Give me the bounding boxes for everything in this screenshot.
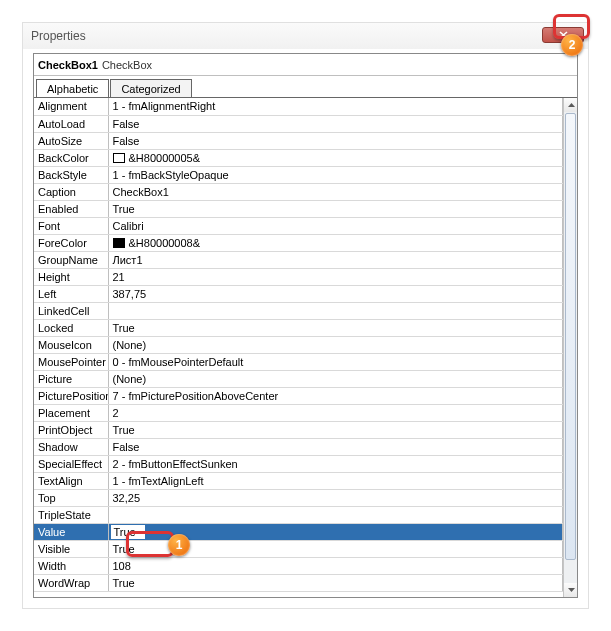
property-row[interactable]: BackColor&H80000005&: [34, 149, 563, 166]
property-row[interactable]: ForeColor&H80000008&: [34, 234, 563, 251]
property-row[interactable]: MouseIcon(None): [34, 336, 563, 353]
property-name-cell[interactable]: BackStyle: [34, 166, 108, 183]
property-value-cell[interactable]: 1 - fmBackStyleOpaque: [108, 166, 563, 183]
property-row[interactable]: FontCalibri: [34, 217, 563, 234]
property-value-cell[interactable]: 21: [108, 268, 563, 285]
property-row[interactable]: MousePointer0 - fmMousePointerDefault: [34, 353, 563, 370]
property-row[interactable]: SpecialEffect2 - fmButtonEffectSunken: [34, 455, 563, 472]
property-row[interactable]: Height21: [34, 268, 563, 285]
scroll-up-button[interactable]: [564, 98, 577, 112]
tab-alphabetic[interactable]: Alphabetic: [36, 79, 109, 98]
property-row[interactable]: WordWrapTrue: [34, 574, 563, 591]
property-row[interactable]: AutoSizeFalse: [34, 132, 563, 149]
property-value-cell[interactable]: True: [108, 574, 563, 591]
property-value-cell[interactable]: (None): [108, 336, 563, 353]
property-value-cell[interactable]: [108, 506, 563, 523]
close-button[interactable]: [542, 27, 584, 43]
property-value-cell[interactable]: Calibri: [108, 217, 563, 234]
property-value-cell[interactable]: Лист1: [108, 251, 563, 268]
property-value-cell[interactable]: CheckBox1: [108, 183, 563, 200]
property-row[interactable]: CaptionCheckBox1: [34, 183, 563, 200]
property-row[interactable]: Alignment1 - fmAlignmentRight: [34, 98, 563, 115]
property-row[interactable]: TripleState: [34, 506, 563, 523]
property-value-cell[interactable]: True: [108, 421, 563, 438]
titlebar[interactable]: Properties: [23, 23, 588, 49]
scroll-thumb[interactable]: [565, 113, 576, 560]
property-name-cell[interactable]: Font: [34, 217, 108, 234]
property-value-cell[interactable]: True: [108, 200, 563, 217]
property-name-cell[interactable]: Height: [34, 268, 108, 285]
scroll-down-button[interactable]: [564, 583, 577, 597]
property-name-cell[interactable]: GroupName: [34, 251, 108, 268]
property-row[interactable]: BackStyle1 - fmBackStyleOpaque: [34, 166, 563, 183]
property-row[interactable]: Left387,75: [34, 285, 563, 302]
property-name-cell[interactable]: ForeColor: [34, 234, 108, 251]
property-name-cell[interactable]: WordWrap: [34, 574, 108, 591]
property-row[interactable]: PrintObjectTrue: [34, 421, 563, 438]
property-row[interactable]: LinkedCell: [34, 302, 563, 319]
vertical-scrollbar[interactable]: [563, 98, 577, 597]
property-name-cell[interactable]: LinkedCell: [34, 302, 108, 319]
property-value-text: (None): [113, 373, 147, 385]
property-value-cell[interactable]: (None): [108, 370, 563, 387]
property-value-cell[interactable]: True: [108, 319, 563, 336]
property-row[interactable]: Placement2: [34, 404, 563, 421]
property-name-cell[interactable]: Alignment: [34, 98, 108, 115]
property-name-cell[interactable]: AutoLoad: [34, 115, 108, 132]
property-value-text: True: [113, 203, 135, 215]
property-value-cell[interactable]: 108: [108, 557, 563, 574]
property-name-cell[interactable]: SpecialEffect: [34, 455, 108, 472]
property-row[interactable]: ValueTrue: [34, 523, 563, 540]
property-value-cell[interactable]: True: [108, 540, 563, 557]
property-name-cell[interactable]: Width: [34, 557, 108, 574]
tab-categorized[interactable]: Categorized: [110, 79, 191, 98]
property-row[interactable]: TextAlign1 - fmTextAlignLeft: [34, 472, 563, 489]
property-name-cell[interactable]: MouseIcon: [34, 336, 108, 353]
property-name-cell[interactable]: Enabled: [34, 200, 108, 217]
property-value-cell[interactable]: False: [108, 115, 563, 132]
property-value-cell[interactable]: 387,75: [108, 285, 563, 302]
property-row[interactable]: AutoLoadFalse: [34, 115, 563, 132]
property-value-cell[interactable]: 32,25: [108, 489, 563, 506]
property-value-cell[interactable]: [108, 302, 563, 319]
property-value-cell[interactable]: 2 - fmButtonEffectSunken: [108, 455, 563, 472]
object-selector[interactable]: CheckBox1 CheckBox: [34, 54, 577, 76]
property-name-cell[interactable]: Caption: [34, 183, 108, 200]
property-value-cell[interactable]: &H80000008&: [108, 234, 563, 251]
property-name-cell[interactable]: MousePointer: [34, 353, 108, 370]
property-name-cell[interactable]: TextAlign: [34, 472, 108, 489]
property-value-cell[interactable]: 1 - fmTextAlignLeft: [108, 472, 563, 489]
property-row[interactable]: Top32,25: [34, 489, 563, 506]
property-name-cell[interactable]: Visible: [34, 540, 108, 557]
property-name-cell[interactable]: PrintObject: [34, 421, 108, 438]
property-name-cell[interactable]: Placement: [34, 404, 108, 421]
property-name-cell[interactable]: Locked: [34, 319, 108, 336]
close-icon: [559, 31, 568, 39]
property-value-cell[interactable]: &H80000005&: [108, 149, 563, 166]
property-value-cell[interactable]: False: [108, 132, 563, 149]
property-name-cell[interactable]: PicturePosition: [34, 387, 108, 404]
property-name-cell[interactable]: Shadow: [34, 438, 108, 455]
property-name-cell[interactable]: Value: [34, 523, 108, 540]
property-value-cell[interactable]: 2: [108, 404, 563, 421]
property-row[interactable]: ShadowFalse: [34, 438, 563, 455]
property-row[interactable]: VisibleTrue: [34, 540, 563, 557]
property-name-cell[interactable]: Top: [34, 489, 108, 506]
property-value-cell[interactable]: 7 - fmPicturePositionAboveCenter: [108, 387, 563, 404]
property-name-cell[interactable]: Picture: [34, 370, 108, 387]
property-name-cell[interactable]: BackColor: [34, 149, 108, 166]
property-name-cell[interactable]: Left: [34, 285, 108, 302]
property-row[interactable]: Picture(None): [34, 370, 563, 387]
property-row[interactable]: EnabledTrue: [34, 200, 563, 217]
property-value-cell[interactable]: 1 - fmAlignmentRight: [108, 98, 563, 115]
property-value-cell[interactable]: False: [108, 438, 563, 455]
property-row[interactable]: Width108: [34, 557, 563, 574]
property-row[interactable]: GroupNameЛист1: [34, 251, 563, 268]
property-value-cell[interactable]: 0 - fmMousePointerDefault: [108, 353, 563, 370]
property-value-cell[interactable]: True: [108, 523, 563, 540]
property-row[interactable]: PicturePosition7 - fmPicturePositionAbov…: [34, 387, 563, 404]
property-name-cell[interactable]: AutoSize: [34, 132, 108, 149]
property-name-cell[interactable]: TripleState: [34, 506, 108, 523]
property-row[interactable]: LockedTrue: [34, 319, 563, 336]
property-value-editor[interactable]: True: [111, 525, 145, 539]
